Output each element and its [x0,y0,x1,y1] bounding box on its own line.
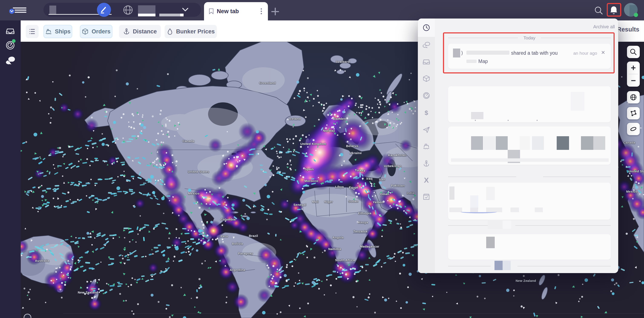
map-search-button[interactable] [627,46,640,58]
toolbar-button-label: Bunker Prices [176,28,215,35]
shared-object-label: Map [478,58,488,64]
map-country-label: Canada [182,139,195,143]
top-bar: New tab [0,0,644,20]
toolbar-button-distance[interactable]: Distance [119,25,161,38]
map-country-label: India [406,191,414,195]
group-divider-line [518,266,611,267]
map-globe-button[interactable] [627,91,640,103]
redacted-block [581,136,593,150]
redacted-bar [535,208,543,212]
lasso-select-icon [627,123,640,135]
menu-icon[interactable] [13,6,26,14]
group-divider-line [448,225,488,226]
compose-options-chevron[interactable] [8,8,15,14]
notification-item[interactable] [448,126,611,165]
map-zoom-control: + − [627,61,640,87]
redacted-block [486,237,495,248]
map-country-label: Morocco [304,179,318,183]
date-group-label: Today [518,35,541,40]
tab-new-tab[interactable]: New tab [204,2,268,20]
notification-item-shared-tab[interactable]: ) shared a tab with you an hour ago ✕ Ma… [448,44,611,69]
chevron-down-icon [182,7,189,13]
pencil-icon [100,6,108,14]
redacted-speck [537,120,538,121]
radar-status-dot [12,39,16,43]
history-filter-icon[interactable] [422,24,430,31]
redacted-block [557,136,569,150]
redacted-block [138,5,156,14]
map-country-label: Mexico [626,190,638,193]
inbox-icon[interactable] [6,26,15,36]
redacted-block [449,186,454,200]
redacted-block [520,136,530,150]
redacted-speck [508,120,508,121]
map-country-label: Ukraine [350,151,362,155]
droplet-icon [167,28,173,35]
map-country-label: Peru [221,234,228,238]
redacted-bar [449,208,462,212]
toolbar-button-label: Orders [92,28,110,35]
results-panel-label[interactable]: Results [617,26,639,33]
map-country-label: Colombia [220,218,236,221]
redaction-scribble [460,210,497,213]
inbox-filter-icon[interactable] [422,58,430,65]
map-country-label: Svalbard [336,60,350,63]
map-country-label: Kazakhstan [388,153,406,157]
redacted-block [502,221,511,229]
finance-filter-icon[interactable]: $ [422,109,430,117]
send-filter-icon[interactable] [422,126,430,134]
compose-button[interactable] [97,3,111,17]
notification-item[interactable] [448,183,611,220]
toolbar-button-label: Ships [55,28,71,35]
close-icon[interactable]: ✕ [601,50,605,55]
redacted-block [496,136,508,150]
ships-filter-icon[interactable] [422,143,430,150]
notification-item[interactable] [448,86,611,122]
group-divider-line [543,176,611,177]
redacted-speck [475,120,476,121]
chat-icon[interactable] [6,56,15,65]
redacted-block [494,261,502,270]
map-country-label: Spain [305,167,314,171]
tab-menu-icon[interactable] [260,7,263,15]
map-country-label: Sweden [333,117,346,120]
map-country-label: Turkey [355,168,366,172]
map-country-label: Libya [335,185,344,189]
layers-list-button[interactable] [26,25,38,38]
toolbar-button-bunker-prices[interactable]: Bunker Prices [164,25,217,38]
chats-filter-icon[interactable] [422,41,430,49]
notifications-panel: $ X Archive all Today ) [418,18,618,273]
archive-all-link[interactable]: Archive all [593,24,615,29]
radar-filter-icon[interactable] [422,92,430,99]
redacted-bar [451,158,609,162]
toolbar-button-label: Distance [133,28,157,35]
map-polygon-select-button[interactable] [627,107,640,119]
map-country-label: Paraguay [238,252,253,255]
map-country-label: Egypt [349,186,358,189]
toolbar-button-ships[interactable]: Ships [44,25,72,38]
x-platform-filter-icon[interactable]: X [422,176,430,184]
redacted-block [50,5,56,14]
tab-title: New tab [217,8,239,15]
search-icon [627,46,640,58]
toolbar-button-orders[interactable]: Orders [80,25,112,38]
anchor-filter-icon[interactable] [422,160,430,167]
search-icon[interactable] [594,5,604,16]
globe-icon[interactable] [123,5,133,16]
map-country-label: Tanzania [353,230,367,233]
map-country-label: Mexico [188,192,199,195]
map-country-label: South Africa [335,258,355,262]
map-country-label: New Zealand [516,279,536,283]
notification-item[interactable] [448,234,611,260]
zoom-in-button[interactable]: + [627,61,640,74]
notifications-bell-button[interactable] [609,5,619,15]
redacted-block [486,187,495,200]
map-country-label: Yemen [373,200,383,204]
zoom-out-button[interactable]: − [627,74,640,87]
group-divider-line [448,266,491,267]
map-lasso-select-button[interactable] [627,123,640,135]
orders-filter-icon[interactable] [422,75,430,82]
tasks-filter-icon[interactable] [422,193,430,201]
new-tab-button[interactable] [271,7,280,16]
redacted-block [593,136,605,150]
